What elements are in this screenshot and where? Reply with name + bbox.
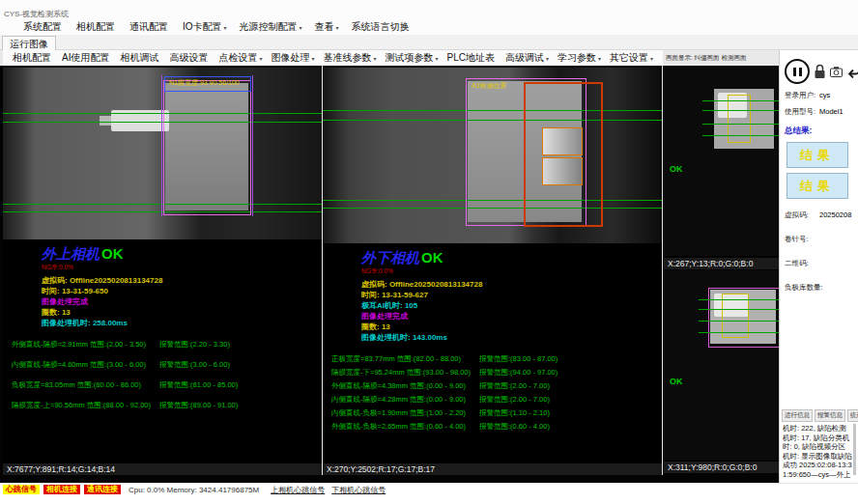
- cpu-memory-text: Cpu: 0.0% Memory: 3424.41796875M: [129, 486, 259, 494]
- guide-line: [699, 299, 779, 300]
- right-control-panel: 登录用户: cys 使用型号: Model1 总结果: 结果 结果 虚拟码: 2…: [779, 50, 858, 483]
- needle-row: 卷针号:: [785, 235, 858, 244]
- menu-item[interactable]: 相机配置: [76, 20, 117, 34]
- lock-button[interactable]: [814, 63, 826, 80]
- ng-rate-text: NG率:0.0%: [42, 264, 322, 270]
- measurement-text: 内侧直线-隔膜=4.28mm 范围:(0.00 - 9.00): [331, 395, 479, 405]
- camera-icon: [830, 66, 843, 78]
- guide-line: [702, 110, 779, 111]
- menu-item[interactable]: 通讯配置: [129, 20, 170, 34]
- model-label: 使用型号:: [785, 107, 819, 117]
- menu-bar: 系统配置相机配置通讯配置IO卡配置▾光源控制配置▾查看▾系统语言切换: [0, 19, 858, 35]
- machine-background: [3, 68, 322, 239]
- toolbar-button[interactable]: 点检设置▾: [218, 51, 262, 65]
- run-info-text: 机时: 222, 缺陷检测机时: 17, 缺陷分类机时: 0, 缺陷视频分区机时…: [783, 424, 852, 479]
- measurement-row: 隔膜宽度-上=90.56mm 范围:(88.00 - 92.00)报警范围:(8…: [12, 401, 322, 410]
- measurement-row: 外侧直线-隔膜=4.38mm 范围:(0.00 - 9.00)报警范围:(2.0…: [331, 381, 662, 391]
- measurement-row: 隔膜宽度-下=95.24mm 范围:(93.00 - 98.00)报警范围:(9…: [331, 368, 662, 378]
- chevron-down-icon: ▾: [650, 56, 653, 62]
- model-row: 使用型号: Model1: [785, 107, 858, 117]
- measurement-text: 外侧直线-隔膜=2.91mm 范围:(2.00 - 3.50): [12, 340, 159, 350]
- pause-icon: [793, 68, 796, 76]
- alarm-range-text: 报警范围:(89.00 - 91.00): [159, 401, 238, 410]
- chevron-down-icon: ▾: [300, 25, 302, 31]
- info-tab[interactable]: 统计信息: [847, 409, 858, 422]
- toolbar-button[interactable]: 高级设置: [169, 51, 210, 65]
- small-camera-image: OK: [664, 68, 779, 256]
- guide-line: [3, 211, 322, 212]
- toolbar-button[interactable]: 基准线参数▾: [323, 51, 376, 65]
- pause-button[interactable]: [785, 59, 810, 84]
- info-line: 图像处理完成: [42, 296, 322, 307]
- toolbar-button[interactable]: 学习参数▾: [558, 51, 601, 65]
- camera-result-title: 外上相机OK: [42, 245, 322, 264]
- screen-display-bar[interactable]: 画面显示: 纠偏画面 检测画面: [663, 50, 779, 66]
- alarm-range-text: 报警范围:(81.00 - 85.00): [159, 380, 238, 390]
- chevron-down-icon: ▾: [373, 56, 376, 62]
- info-line: 虚拟码: Offline2025020813134728: [42, 275, 322, 286]
- pause-icon: [799, 68, 802, 76]
- back-arrow-button[interactable]: [846, 65, 858, 78]
- tab-detection-box: [542, 157, 583, 185]
- menu-item-label: 通讯配置: [129, 21, 168, 32]
- toolbar-button[interactable]: 高级调试▾: [505, 51, 549, 65]
- heartbeat-indicators: 上相机心跳信号下相机心跳信号: [264, 485, 386, 495]
- menu-item[interactable]: 系统语言切换: [352, 20, 412, 34]
- result-badge-upper: 结果: [786, 142, 848, 168]
- info-tab[interactable]: 运行信息: [782, 409, 813, 422]
- toolbar-button[interactable]: 相机配置: [13, 51, 53, 65]
- overlay-result-text: OK: [670, 164, 683, 174]
- virtual-code-row: 虚拟码: 20250208: [785, 210, 858, 220]
- chevron-down-icon: ▾: [311, 56, 314, 62]
- measurement-text: 内侧直线-负极=1.90mm 范围:(1.00 - 2.20): [331, 408, 479, 418]
- measurement-text: 外侧直线-负极=2.65mm 范围:(0.60 - 4.00): [331, 422, 479, 432]
- roi-box-pink: [163, 80, 251, 215]
- total-result-label: 总结果:: [785, 126, 858, 137]
- info-line: 时间: 13-31-59-650: [42, 286, 322, 296]
- overlay-label: N1膜宽度:93 90.56/100: [169, 78, 240, 88]
- measurement-row: 内侧直线-隔膜=4.60mm 范围:(3.00 - 6.00)报警范围:(3.0…: [12, 360, 322, 370]
- overlay-result-text: OK: [670, 377, 683, 386]
- result-ok-text: OK: [421, 249, 443, 266]
- small-camera-image: OK: [664, 270, 779, 461]
- toolbar-button[interactable]: 图像处理▾: [271, 51, 314, 65]
- undo-arrow-icon: [846, 65, 858, 78]
- info-scrollbar[interactable]: [853, 424, 856, 475]
- menu-item[interactable]: 光源控制配置▾: [240, 20, 302, 34]
- status-badge: 通讯连接: [84, 485, 121, 494]
- left-camera-image: N1膜宽度:93 90.56/100: [3, 68, 322, 239]
- chevron-down-icon: ▾: [546, 56, 549, 62]
- alarm-range-text: 报警范围:(83.00 - 87.00): [479, 354, 558, 364]
- guide-line: [702, 135, 779, 136]
- toolbar-button[interactable]: 相机调试: [120, 51, 160, 65]
- model-select[interactable]: Model1: [819, 107, 844, 117]
- toolbar-button[interactable]: AI使用配置: [62, 51, 111, 65]
- camera-button[interactable]: [830, 66, 843, 78]
- overlay-label: A1检测位置: [472, 81, 507, 91]
- guide-line: [699, 309, 779, 310]
- window-title: CYS-视觉检测系统: [4, 9, 69, 19]
- info-tab[interactable]: 报警信息: [815, 409, 845, 422]
- toolbar-button[interactable]: 其它设置▾: [610, 51, 653, 65]
- menu-item[interactable]: IO卡配置▾: [183, 20, 227, 34]
- measurement-row: 外侧直线-负极=2.65mm 范围:(0.60 - 4.00)报警范围:(0.6…: [331, 422, 662, 432]
- menu-item-label: 查看: [315, 21, 334, 32]
- info-line: 圈数: 13: [42, 307, 322, 318]
- toolbar-button[interactable]: 测试项参数▾: [386, 51, 439, 65]
- toolbar-button-label: 其它设置: [610, 52, 648, 63]
- result-badge-lower: 结果: [786, 173, 848, 199]
- toolbar-button[interactable]: PLC地址表: [447, 51, 497, 65]
- heartbeat-indicator: 下相机心跳信号: [331, 485, 386, 495]
- menu-item[interactable]: 查看▾: [315, 20, 339, 34]
- login-user-value: cys: [819, 91, 830, 100]
- alarm-range-text: 报警范围:(94.00 - 97.00): [479, 368, 558, 378]
- guide-line: [699, 332, 779, 333]
- info-line: 图像处理机时: 143.00ms: [361, 332, 662, 343]
- menu-item[interactable]: 系统配置: [23, 20, 64, 34]
- chevron-down-icon: ▾: [598, 56, 601, 62]
- roi-box-pink: [708, 288, 779, 348]
- measurement-row: 正极宽度=83.77mm 范围:(82.00 - 88.00)报警范围:(83.…: [331, 354, 662, 364]
- pixel-coordinates: X:7677;Y:891;R:14;G:14;B:14: [3, 463, 322, 475]
- info-line: 圈数: 13: [361, 322, 662, 332]
- guide-line: [699, 321, 779, 322]
